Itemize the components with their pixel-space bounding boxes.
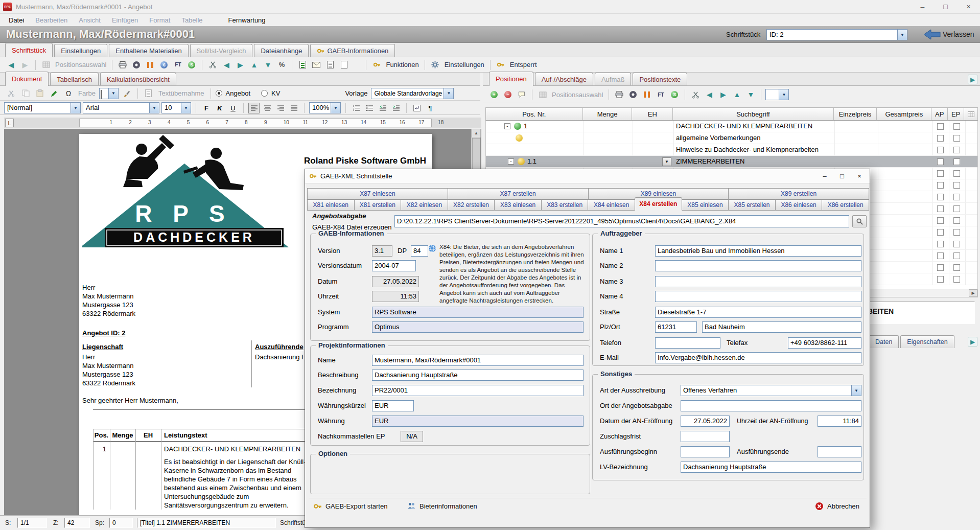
detail-expand-button[interactable]: ▶ bbox=[968, 337, 977, 347]
ep-checkbox[interactable] bbox=[953, 217, 960, 224]
tab-soll-ist-vergleich[interactable]: Soll/Ist-Vergleich bbox=[190, 44, 253, 57]
column-header-ap[interactable]: AP bbox=[931, 108, 948, 120]
ap-checkbox[interactable] bbox=[937, 158, 944, 165]
chevron-down-icon[interactable]: ▼ bbox=[897, 30, 907, 40]
menu-tabelle[interactable]: Tabelle bbox=[176, 15, 208, 26]
dialog-tab-x82-erstellen[interactable]: X82 erstellen bbox=[448, 199, 495, 211]
tab-stop-selector[interactable]: L bbox=[5, 119, 14, 127]
align-justify-button[interactable] bbox=[288, 103, 299, 113]
window-minimize-button[interactable]: – bbox=[911, 0, 934, 13]
tree-collapse-toggle[interactable]: - bbox=[504, 123, 510, 129]
ep-checkbox[interactable] bbox=[953, 158, 960, 165]
menu-fernwartung[interactable]: Fernwartung bbox=[223, 15, 271, 26]
ap-checkbox[interactable] bbox=[937, 205, 944, 212]
ap-checkbox[interactable] bbox=[937, 241, 944, 247]
column-settings-button[interactable] bbox=[964, 108, 977, 120]
status-button[interactable]: S bbox=[668, 88, 681, 101]
datum-an-input[interactable]: 27.05.2022 bbox=[681, 416, 730, 427]
italic-button[interactable]: K bbox=[214, 103, 225, 113]
email-input[interactable]: Info.Vergabe@lbih.hessen.de bbox=[655, 352, 861, 363]
datum-input[interactable]: 27.05.2022 bbox=[372, 276, 419, 287]
ep-checkbox[interactable] bbox=[953, 229, 960, 236]
dialog-close-button[interactable]: × bbox=[852, 171, 867, 182]
bold-button[interactable]: F bbox=[201, 103, 212, 113]
export-document-button[interactable] bbox=[324, 59, 336, 71]
ep-checkbox[interactable] bbox=[953, 276, 960, 283]
document-green-button[interactable] bbox=[296, 59, 309, 71]
ap-checkbox[interactable] bbox=[937, 217, 944, 224]
underline-button[interactable]: U bbox=[227, 103, 239, 113]
dialog-tab-x83-einlesen[interactable]: X83 einlesen bbox=[494, 199, 542, 211]
ep-checkbox[interactable] bbox=[953, 135, 960, 142]
dialog-tab-x85-einlesen[interactable]: X85 einlesen bbox=[682, 199, 729, 211]
column-header-gesamtpreis[interactable]: Gesamtpreis bbox=[877, 108, 931, 120]
dialog-tab-x82-einlesen[interactable]: X82 einlesen bbox=[401, 199, 448, 211]
dialog-titlebar[interactable]: GAEB-XML Schnittstelle – □ × bbox=[305, 169, 870, 183]
gaeb-export-starten-button[interactable]: GAEB-Export starten bbox=[313, 502, 387, 511]
ep-checkbox[interactable] bbox=[953, 147, 960, 153]
ep-checkbox[interactable] bbox=[953, 182, 960, 189]
abbrechen-button[interactable]: Abbrechen bbox=[815, 502, 859, 511]
align-right-button[interactable] bbox=[275, 103, 286, 113]
name2-input[interactable] bbox=[655, 260, 861, 271]
textuebernahme-button[interactable]: Textübernahme bbox=[158, 89, 204, 97]
name3-input[interactable] bbox=[655, 276, 861, 287]
document-plain-button[interactable] bbox=[338, 59, 350, 71]
ap-checkbox[interactable] bbox=[937, 182, 944, 189]
dialog-tab-x86-erstellen[interactable]: X86 erstellen bbox=[822, 199, 869, 211]
uhrzeit-input[interactable]: 11:53 bbox=[372, 291, 419, 302]
format-brush-button[interactable] bbox=[121, 87, 133, 100]
scroll-right-button[interactable]: ▶ bbox=[969, 289, 977, 297]
back-arrow-icon[interactable] bbox=[923, 29, 941, 42]
comment-button[interactable] bbox=[516, 88, 528, 101]
lv-bezeichnung-input[interactable]: Dachsanierung Hauptstraße bbox=[681, 462, 861, 473]
align-left-button[interactable] bbox=[248, 103, 260, 113]
ausfuehrungsbeginn-input[interactable] bbox=[681, 446, 730, 457]
tree-collapse-toggle[interactable]: - bbox=[508, 158, 514, 165]
waehrungskuerzel-input[interactable]: EUR bbox=[372, 400, 414, 411]
omega-symbol-button[interactable]: Ω bbox=[62, 87, 75, 100]
chevron-down-icon[interactable]: ▼ bbox=[444, 88, 453, 99]
percent-button[interactable]: % bbox=[275, 59, 288, 71]
ft-button[interactable]: FT bbox=[172, 59, 184, 71]
browse-file-button[interactable] bbox=[852, 215, 867, 227]
tab-positionstexte[interactable]: Positionstexte bbox=[633, 73, 687, 85]
print-preview-button[interactable] bbox=[130, 59, 143, 71]
bullet-list-button[interactable] bbox=[364, 103, 375, 113]
tab-kalkulationsuebersicht[interactable]: Kalkulationsübersicht bbox=[100, 73, 176, 85]
document-id-select[interactable]: ID: 2 ▼ bbox=[766, 29, 907, 40]
column-header-eh[interactable]: EH bbox=[632, 108, 673, 120]
ap-checkbox[interactable] bbox=[937, 147, 944, 153]
cut-button[interactable] bbox=[206, 59, 219, 71]
menu-ansicht[interactable]: Ansicht bbox=[73, 15, 106, 26]
tab-tabellarisch[interactable]: Tabellarisch bbox=[50, 73, 99, 85]
positionsauswahl-button[interactable]: Positionsauswahl bbox=[552, 91, 603, 99]
tab-positionen[interactable]: Positionen bbox=[489, 72, 533, 86]
dialog-tab-x85-erstellen[interactable]: X85 erstellen bbox=[728, 199, 776, 211]
chevron-down-icon[interactable]: ▼ bbox=[331, 103, 340, 113]
ap-checkbox[interactable] bbox=[937, 170, 944, 177]
ausfuehrungsende-input[interactable] bbox=[818, 446, 861, 457]
column-header-ep[interactable]: EP bbox=[948, 108, 964, 120]
column-header-pos-nr[interactable]: Pos. Nr. bbox=[486, 108, 583, 120]
funktionen-button[interactable]: Funktionen bbox=[386, 61, 418, 68]
ap-checkbox[interactable] bbox=[937, 264, 944, 271]
zoom-select[interactable]: 100% ▼ bbox=[309, 102, 341, 113]
level-select[interactable]: ▼ bbox=[765, 89, 789, 100]
telefax-input[interactable]: +49 6032/8862-111 bbox=[788, 337, 861, 349]
uhrzeit-an-input[interactable]: 11:84 bbox=[818, 416, 861, 427]
print-button[interactable] bbox=[116, 59, 129, 71]
column-header-suchbegriff[interactable]: Suchbegriff bbox=[673, 108, 833, 120]
dialog-minimize-button[interactable]: – bbox=[818, 171, 832, 182]
decrease-indent-button[interactable] bbox=[377, 103, 388, 113]
verlassen-button[interactable]: Verlassen bbox=[943, 30, 974, 38]
tab-dateianhaenge[interactable]: Dateianhänge bbox=[254, 44, 309, 57]
einstellungen-button[interactable]: Einstellungen bbox=[445, 61, 484, 68]
position-row[interactable]: -1.1▼ZIMMERERARBEITEN bbox=[486, 156, 978, 168]
chevron-down-icon[interactable]: ▼ bbox=[181, 103, 191, 113]
strasse-input[interactable]: Dieselstraße 1-7 bbox=[655, 307, 861, 318]
align-center-button[interactable] bbox=[262, 103, 273, 113]
position-row[interactable]: -1DACHDECKER- UND KLEMPNERARBEITEN bbox=[486, 121, 978, 132]
ep-checkbox[interactable] bbox=[953, 205, 960, 212]
menu-bearbeiten[interactable]: Bearbeiten bbox=[30, 15, 73, 26]
